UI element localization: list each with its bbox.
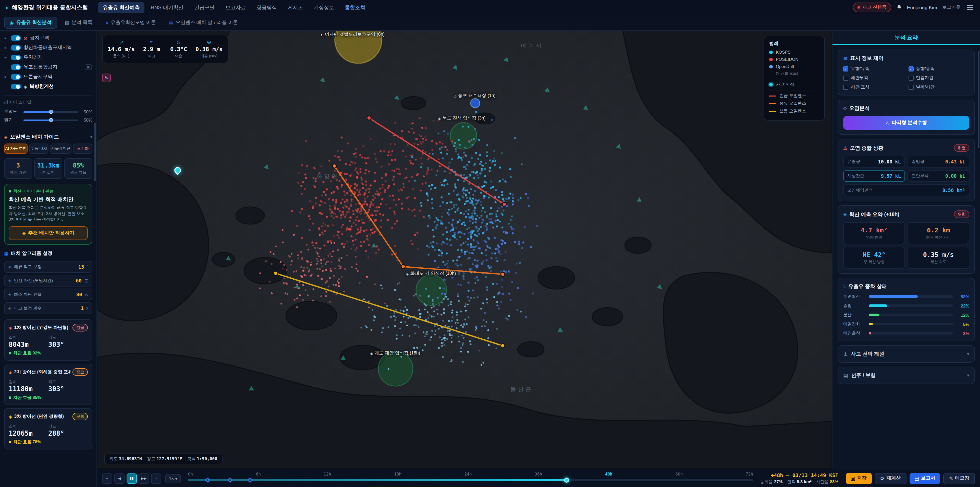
legend-fence: 보통 오일펜스: [769, 108, 819, 114]
topnav-item[interactable]: 보고자료: [221, 2, 250, 13]
fence-card[interactable]: ◈2차 방어선 (외해용 중형 포위망)중요길이11180m각도303°차단 효…: [4, 364, 92, 405]
ship-icon: ⚓: [843, 351, 848, 357]
memo-button[interactable]: ✎메모장: [943, 473, 975, 484]
expand-arrow-icon[interactable]: ▸: [5, 55, 8, 60]
algo-setting-row[interactable]: ◈해류 직교 보정15°: [4, 261, 92, 273]
topnav-item[interactable]: 긴급구난: [189, 2, 219, 13]
display-checkbox[interactable]: ✓풍향/풍속: [908, 66, 969, 72]
apply-recommendation-button[interactable]: ◈ 추천 배치안 적용하기: [9, 226, 88, 240]
display-checkbox[interactable]: 민감자원: [908, 75, 969, 81]
menu-icon[interactable]: [966, 4, 975, 11]
layer-toggle[interactable]: [11, 64, 21, 70]
guide-tab[interactable]: 수동 배치: [29, 144, 48, 154]
right-panel: 분석 요약 ▦ 표시 정보 제어 ✓유향/유속✓풍향/풍속해안부착민감자원시간 …: [832, 30, 980, 469]
opacity-slider[interactable]: [24, 111, 78, 113]
display-control-card: ▦ 표시 정보 제어 ✓유향/유속✓풍향/풍속해안부착민감자원시간 표시날짜/시…: [838, 49, 975, 96]
layer-toggle[interactable]: [11, 55, 21, 60]
display-checkbox[interactable]: ✓유향/유속: [843, 66, 904, 72]
pause-button[interactable]: ▮▮: [127, 473, 137, 484]
skip-end-button[interactable]: »: [151, 473, 161, 484]
temperature-icon: ♨: [177, 39, 181, 45]
forecast-cell: 0.35 m/s확산 속도: [907, 247, 969, 269]
scale-value: 1:50,000: [197, 456, 217, 461]
recalculate-button[interactable]: ⟳재계산: [875, 473, 906, 484]
layer-toggle[interactable]: [11, 45, 21, 51]
speed-selector[interactable]: 1× ▾: [165, 474, 181, 483]
subtab[interactable]: ▤분석 목록: [59, 17, 98, 29]
fence-guide-header[interactable]: ◈ 오일펜스 배치 가이드 ▾: [4, 133, 92, 141]
timeline-handle[interactable]: [564, 477, 569, 482]
legend-model: POSEIDON: [769, 57, 819, 62]
timeline-tick[interactable]: 60h: [675, 472, 682, 476]
expand-arrow-icon[interactable]: ▸: [5, 75, 8, 79]
timeline-tick[interactable]: 12h: [324, 472, 331, 476]
expand-arrow-icon[interactable]: ▸: [5, 36, 8, 40]
event-marker[interactable]: [229, 478, 232, 482]
subtab[interactable]: ◉유출유 확산분석: [4, 17, 57, 29]
algo-setting-row[interactable]: ◈안전 마진 (도달시간)60분: [4, 275, 92, 287]
display-checkbox[interactable]: 날짜/시간: [908, 84, 969, 90]
subtab[interactable]: ◎오일펜스 배치 알고리즘 이론: [164, 17, 244, 29]
current-icon: ⊕: [207, 39, 211, 45]
topnav-item[interactable]: 유출유 확산예측: [98, 2, 145, 13]
polygon-analysis-button[interactable]: △ 다각형 분석수행: [843, 116, 969, 130]
timeline-tick[interactable]: 6h: [256, 472, 261, 476]
layer-style-sliders: 투명도50%밝기50%: [4, 108, 92, 124]
fence-card-list: ◈1차 방어선 (고강도 차단형)긴급길이8043m각도303°차단 효율 92…: [4, 316, 92, 449]
incident-dot-icon: [858, 6, 860, 9]
topnav-item[interactable]: 항공탐색: [252, 2, 282, 13]
algo-setting-row[interactable]: ◈파고 보정 계수1x: [4, 302, 92, 314]
skip-start-button[interactable]: «: [102, 473, 112, 484]
layer-toggle[interactable]: [11, 35, 21, 41]
display-control-title: 표시 정보 제어: [850, 55, 883, 62]
weathering-card: ≈ 유출유 풍화 상태 수면확산58%증발22%분산12%에멀젼화5%해안흡착3…: [838, 278, 975, 341]
save-button[interactable]: ▣저장: [845, 473, 872, 484]
timeline-slider[interactable]: 0h6h12h18h24h36h48h60h72h: [188, 472, 753, 485]
fence-card[interactable]: ◈1차 방어선 (고강도 차단형)긴급길이8043m각도303°차단 효율 92…: [4, 319, 92, 361]
draw-tool-button[interactable]: ✎: [102, 73, 111, 82]
fast-forward-button[interactable]: ▶▶: [139, 473, 149, 484]
display-checkbox[interactable]: 시간 표시: [843, 84, 904, 90]
timeline-tick[interactable]: 24h: [465, 472, 472, 476]
notification-bell-icon[interactable]: [896, 3, 902, 12]
timeline-tick[interactable]: 72h: [746, 472, 753, 476]
setting-label: 안전 마진 (도달시간): [14, 278, 73, 283]
timeline-tick[interactable]: 18h: [394, 472, 401, 476]
timeline-tick[interactable]: 0h: [188, 472, 193, 476]
layer-row-dispersant: ▸유처리제: [4, 53, 92, 62]
tab-analysis-summary[interactable]: 분석 요약: [832, 30, 980, 45]
layer-toggle[interactable]: [11, 84, 21, 89]
subtab[interactable]: ≈유출유확산모델 이론: [100, 17, 161, 29]
expand-arrow-icon[interactable]: ▸: [5, 45, 8, 50]
display-checkbox[interactable]: 해안부착: [843, 75, 904, 81]
timeline-tick[interactable]: 48h: [605, 472, 612, 476]
current-time-label: +48h — 03/13 14:49 KST: [771, 472, 838, 478]
event-marker[interactable]: [248, 478, 252, 482]
collapsed-section[interactable]: ▤선주 / 보험▾: [838, 367, 975, 384]
event-marker[interactable]: [206, 478, 210, 482]
sidebar-scrollbar[interactable]: [94, 123, 96, 181]
left-sidebar: ▸⊘금지구역▸황산화물배출규제지역▸유처리제유조선통항금지▣▸드론금지구역◈북방…: [0, 30, 97, 487]
report-button[interactable]: ▤보고서: [909, 473, 940, 484]
map-canvas[interactable]: ↗14.6 m/s풍속 (NE)≈2.9 m파고♨6.3°C수온⊕0.38 m/…: [97, 30, 832, 469]
topnav-item[interactable]: 통합조회: [340, 2, 370, 13]
guide-tab[interactable]: 초기화: [73, 144, 92, 154]
topnav-item[interactable]: 게시판: [283, 2, 307, 13]
topnav-item[interactable]: HNS·대기확산: [146, 2, 188, 13]
brightness-slider[interactable]: [24, 119, 78, 121]
topnav-item[interactable]: 기상정보: [309, 2, 339, 13]
guide-tab[interactable]: 시뮬레이션: [50, 144, 72, 154]
layer-label: 유조선통항금지: [24, 64, 83, 70]
layer-settings-icon[interactable]: ▣: [85, 64, 92, 70]
step-back-button[interactable]: ◀: [115, 473, 124, 484]
pollution-analysis-card: ◇ 오염분석 △ 다각형 분석수행: [838, 100, 975, 135]
panel-scrollbar[interactable]: [978, 51, 980, 148]
logout-button[interactable]: 로그아웃: [942, 4, 961, 11]
algo-setting-row[interactable]: ◈최소 차단 효율80%: [4, 289, 92, 300]
timeline-tick[interactable]: 36h: [535, 472, 542, 476]
incident-label: 사고 진행중: [862, 4, 886, 11]
collapsed-section[interactable]: ⚓사고 선박 제원▾: [838, 345, 975, 362]
guide-tab[interactable]: AI 자동 추천: [4, 144, 27, 154]
layer-toggle[interactable]: [11, 74, 21, 80]
fence-card[interactable]: ◈3차 방어선 (연안 경량형)보통길이12065m각도288°차단 효율 78…: [4, 408, 92, 449]
